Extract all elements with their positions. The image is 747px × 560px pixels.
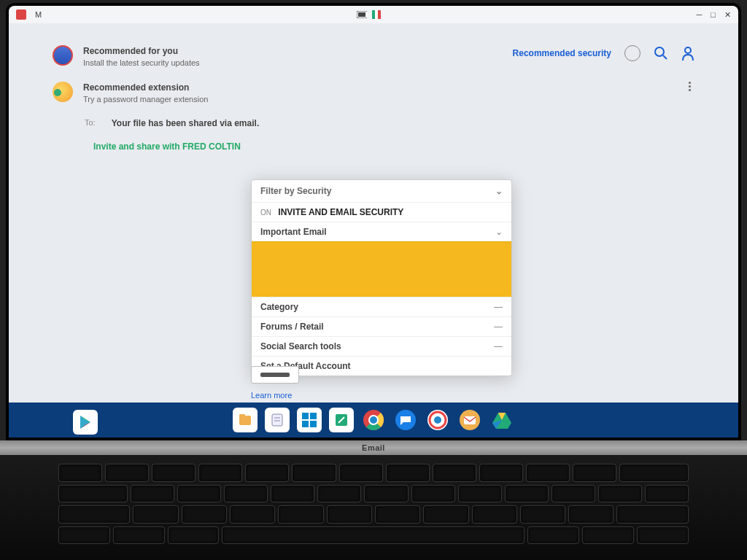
panel-row-social[interactable]: Social Search tools —	[252, 336, 511, 356]
battery-icon	[357, 9, 367, 20]
person-icon[interactable]	[681, 46, 694, 61]
window-minimize-icon[interactable]: ─	[697, 10, 703, 19]
panel-header-label: Filter by Security	[260, 186, 331, 196]
svg-rect-0	[16, 9, 26, 20]
laptop-hinge: Email	[0, 440, 747, 455]
window-maximize-icon[interactable]: □	[711, 10, 716, 19]
key	[551, 485, 595, 503]
key	[598, 485, 642, 503]
chrome-icon[interactable]	[361, 408, 386, 432]
key	[105, 464, 149, 482]
svg-rect-15	[272, 414, 282, 426]
key	[479, 464, 523, 482]
panel-row-label: Social Search tools	[260, 341, 341, 351]
kebab-menu-icon[interactable]	[684, 82, 694, 91]
panel-row-important-label: Important Email	[260, 227, 327, 237]
chrome-avatar-icon	[53, 82, 73, 102]
keyboard-deck	[0, 455, 747, 560]
key	[411, 485, 455, 503]
svg-rect-4	[372, 10, 375, 19]
key	[292, 464, 336, 482]
recommendation-sub: Install the latest security updates	[83, 58, 503, 69]
svg-rect-20	[302, 421, 309, 427]
key	[278, 505, 323, 524]
row-right-actions: Recommended security	[513, 45, 694, 61]
recommendation-text: Recommended for you Install the latest s…	[83, 45, 503, 69]
svg-rect-21	[310, 421, 317, 427]
app-icon	[16, 9, 26, 20]
key	[182, 505, 227, 524]
key	[58, 464, 102, 482]
flag-icon	[371, 9, 382, 20]
edit-icon[interactable]	[329, 408, 354, 432]
panel-highlight-area[interactable]	[252, 241, 511, 297]
menubar: M ─ □ ✕	[9, 6, 738, 23]
windows-icon[interactable]	[297, 408, 322, 432]
shield-avatar-icon	[53, 45, 73, 66]
svg-rect-19	[310, 413, 317, 419]
screen: M ─ □ ✕	[9, 6, 738, 438]
to-label: To:	[85, 118, 96, 127]
key	[224, 485, 268, 503]
key	[619, 464, 689, 482]
panel-header[interactable]: Filter by Security ⌄	[252, 180, 511, 202]
play-store-icon[interactable]	[73, 410, 98, 435]
svg-rect-14	[239, 414, 245, 417]
svg-rect-6	[378, 10, 381, 19]
svg-rect-2	[358, 12, 365, 17]
key	[520, 505, 565, 524]
key	[317, 485, 361, 503]
key	[568, 505, 614, 524]
panel-row-important[interactable]: Important Email ⌄	[252, 222, 511, 241]
key	[113, 526, 165, 545]
row-right-actions-2	[684, 82, 694, 91]
key	[616, 505, 688, 524]
security-link[interactable]: Recommended security	[513, 48, 611, 58]
brand-label: Email	[362, 443, 385, 452]
key	[58, 485, 128, 503]
key	[386, 464, 430, 482]
circle-button[interactable]	[624, 45, 640, 61]
key	[230, 505, 275, 524]
panel-row-label: Category	[260, 302, 298, 312]
laptop-frame: M ─ □ ✕	[0, 0, 747, 560]
svg-rect-18	[302, 413, 309, 419]
key	[573, 464, 616, 482]
search-icon[interactable]	[654, 46, 668, 61]
files-icon[interactable]	[233, 408, 258, 432]
panel-row-main[interactable]: ON INVITE AND EMAIL SECURITY	[252, 202, 511, 222]
key	[131, 485, 174, 503]
chevron-down-icon: ⌄	[495, 227, 503, 237]
mail-icon[interactable]	[457, 408, 482, 432]
panel-row-category[interactable]: Category —	[252, 297, 511, 316]
invite-link[interactable]: Invite and share with FRED COLTIN	[93, 141, 241, 152]
messages-icon[interactable]	[393, 408, 418, 432]
panel-row-forums[interactable]: Forums / Retail —	[252, 316, 511, 336]
key	[271, 485, 314, 503]
main-content: Recommended for you Install the latest s…	[9, 23, 738, 402]
to-text: Your file has been shared via email.	[112, 118, 260, 128]
screen-bezel: M ─ □ ✕	[6, 3, 741, 440]
below-panel: Learn more	[251, 366, 299, 400]
key	[423, 505, 468, 524]
svg-point-31	[434, 416, 441, 424]
svg-point-27	[370, 416, 377, 424]
svg-point-9	[685, 47, 691, 53]
taskbar-left	[73, 410, 98, 435]
panel-footer: Category — Forums / Retail — Social Sear…	[252, 297, 511, 376]
taskbar	[9, 402, 738, 438]
svg-rect-5	[375, 10, 378, 19]
key	[245, 464, 289, 482]
filter-panel: Filter by Security ⌄ ON INVITE AND EMAIL…	[251, 179, 512, 376]
browser-icon[interactable]	[425, 408, 450, 432]
key	[472, 505, 517, 524]
submit-button[interactable]	[251, 366, 299, 384]
learn-more-link[interactable]: Learn more	[251, 391, 299, 400]
panel-row-label: Forums / Retail	[260, 322, 324, 332]
key	[645, 485, 689, 503]
notes-icon[interactable]	[265, 408, 290, 432]
key	[433, 464, 476, 482]
window-close-icon[interactable]: ✕	[724, 10, 731, 20]
dash-icon: —	[494, 302, 503, 312]
drive-icon[interactable]	[489, 408, 514, 432]
